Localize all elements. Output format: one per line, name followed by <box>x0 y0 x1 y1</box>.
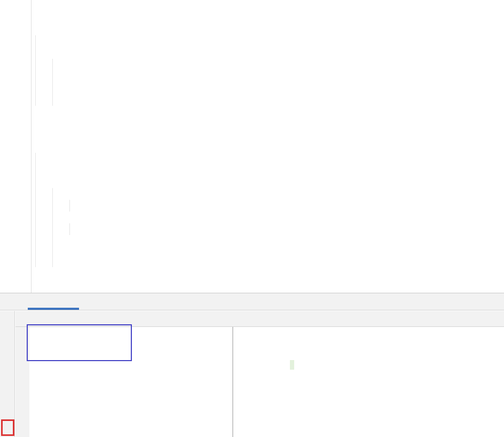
indent-guide <box>35 35 36 106</box>
dump-stack-frame <box>252 353 294 377</box>
code-editor[interactable] <box>0 0 504 293</box>
indent-guide <box>35 153 36 267</box>
session-tab-main3[interactable] <box>28 294 38 309</box>
debug-header <box>0 293 504 310</box>
indent-guide <box>52 59 53 106</box>
indent-guide <box>52 188 53 267</box>
session-tab-underline <box>28 308 79 310</box>
threads-side-toolbar <box>15 327 29 437</box>
thread-dump-panel <box>234 327 504 437</box>
internal-lines-badge <box>290 360 294 370</box>
indent-guide <box>69 200 70 212</box>
gutter-separator <box>31 0 32 293</box>
debug-left-toolbar <box>0 311 15 437</box>
debug-view-tabs <box>15 311 504 327</box>
indent-guide <box>69 223 70 235</box>
ide-debug-window <box>0 0 504 437</box>
debug-body <box>0 311 504 437</box>
threads-list <box>29 327 233 437</box>
